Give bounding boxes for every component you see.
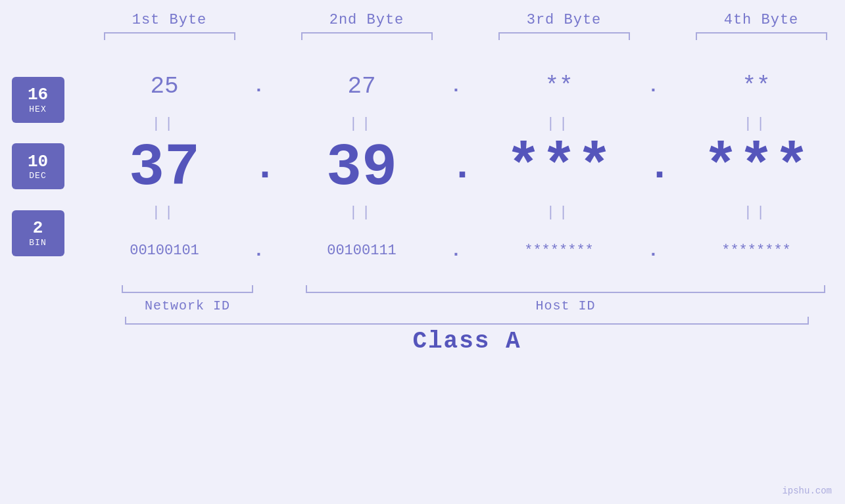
hex-row: 25 . 27 . ** . **: [76, 57, 845, 116]
double-bar-1: ||: [152, 116, 177, 132]
network-id-section: Network ID: [89, 285, 286, 313]
double-bar-2: ||: [349, 116, 374, 132]
host-id-label: Host ID: [535, 298, 595, 313]
sep-dot-4: [253, 204, 273, 221]
double-bar-5: ||: [152, 204, 177, 221]
hex-b2-cell: 27: [273, 73, 450, 100]
bin-b1-cell: 00100101: [76, 242, 253, 259]
sep-hex-dec-1: ||: [76, 116, 253, 132]
sep-hex-dec-3: ||: [470, 116, 648, 132]
byte3-col-header: 3rd Byte: [475, 12, 653, 40]
bin-label: BIN: [29, 238, 46, 248]
dot-hex-1: .: [253, 76, 273, 97]
byte2-label: 2nd Byte: [329, 12, 404, 28]
hex-b3-cell: **: [470, 73, 648, 100]
dec-row: 37 . 39 . *** . ***: [76, 132, 845, 204]
hex-b3-value: **: [544, 73, 573, 100]
double-bar-4: ||: [744, 116, 769, 132]
hex-b4-value: **: [742, 73, 770, 100]
sep-dot-1: [253, 116, 273, 132]
class-a-label: Class A: [412, 328, 521, 355]
byte2-col-header: 2nd Byte: [278, 12, 456, 40]
hex-badge: 16 HEX: [12, 77, 64, 123]
bin-b4-cell: ********: [667, 242, 845, 259]
byte4-col-header: 4th Byte: [673, 12, 846, 40]
dec-b3-value: ***: [506, 135, 612, 202]
hex-num: 16: [28, 85, 48, 104]
hex-b1-value: 25: [150, 73, 178, 100]
dec-b4-value: ***: [703, 135, 809, 202]
dot-bin-3: .: [648, 241, 667, 261]
sep-hex-dec-2: ||: [273, 116, 450, 132]
byte4-label: 4th Byte: [724, 12, 799, 28]
bin-b2-cell: 00100111: [273, 242, 450, 259]
dec-badge: 10 DEC: [12, 143, 64, 189]
byte4-bracket-top: [696, 32, 827, 40]
dot-bin-1: .: [253, 241, 273, 261]
byte-headers: 1st Byte 2nd Byte 3rd Byte 4th Byte: [43, 0, 845, 40]
byte2-bracket-top: [301, 32, 433, 40]
byte1-label: 1st Byte: [132, 12, 207, 28]
dec-num: 10: [28, 152, 48, 172]
network-id-label: Network ID: [145, 298, 230, 313]
dec-b1-value: 37: [129, 135, 200, 202]
dot-dec-2: .: [450, 145, 470, 193]
sep-dec-bin-2: ||: [273, 204, 450, 221]
dec-b4-cell: ***: [667, 135, 845, 202]
bin-num: 2: [33, 219, 43, 238]
sep-hex-dec: || || || ||: [76, 116, 845, 132]
dec-label: DEC: [29, 171, 46, 181]
byte1-col-header: 1st Byte: [81, 12, 258, 40]
id-section: Network ID Host ID: [89, 285, 845, 313]
double-bar-3: ||: [546, 116, 571, 132]
watermark-text: ipshu.com: [782, 486, 832, 496]
dot-bin-2: .: [450, 241, 470, 261]
bin-b3-cell: ********: [470, 242, 648, 259]
dec-b1-cell: 37: [76, 135, 253, 202]
labels-col: 16 HEX 10 DEC 2 BIN: [0, 53, 76, 280]
double-bar-7: ||: [546, 204, 571, 221]
host-id-section: Host ID: [286, 285, 845, 313]
byte3-bracket-top: [498, 32, 630, 40]
double-bar-8: ||: [744, 204, 769, 221]
bin-badge: 2 BIN: [12, 210, 64, 256]
bin-b2-value: 00100111: [327, 242, 397, 259]
dec-b3-cell: ***: [470, 135, 648, 202]
class-bracket-bottom: [125, 317, 809, 325]
dot-hex-2: .: [450, 76, 470, 97]
dot-dec-3: .: [648, 145, 667, 193]
dec-b2-cell: 39: [273, 135, 450, 202]
dot-dec-1: .: [253, 145, 273, 193]
main-area: 16 HEX 10 DEC 2 BIN 25 . 27: [0, 40, 845, 280]
dot-hex-3: .: [648, 76, 667, 97]
bin-b3-value: ********: [524, 242, 594, 259]
main-container: 1st Byte 2nd Byte 3rd Byte 4th Byte 16 H…: [0, 0, 845, 504]
host-bracket-bottom: [306, 285, 825, 293]
byte3-label: 3rd Byte: [527, 12, 602, 28]
sep-dot-2: [450, 116, 470, 132]
bin-b4-value: ********: [721, 242, 791, 259]
sep-dec-bin-4: ||: [667, 204, 845, 221]
bin-row: 00100101 . 00100111 . ******** . *******…: [76, 221, 845, 280]
dec-b2-value: 39: [326, 135, 397, 202]
hex-b4-cell: **: [667, 73, 845, 100]
class-section: Class A: [89, 317, 845, 355]
double-bar-6: ||: [349, 204, 374, 221]
sep-dec-bin-3: ||: [470, 204, 648, 221]
byte1-bracket-top: [104, 32, 235, 40]
watermark: ipshu.com: [782, 486, 832, 496]
sep-dec-bin-1: ||: [76, 204, 253, 221]
sep-dot-3: [648, 116, 667, 132]
hex-b2-value: 27: [347, 73, 375, 100]
network-bracket-bottom: [122, 285, 253, 293]
sep-hex-dec-4: ||: [667, 116, 845, 132]
sep-dot-6: [648, 204, 667, 221]
hex-label: HEX: [29, 104, 46, 114]
bin-b1-value: 00100101: [130, 242, 199, 259]
sep-dot-5: [450, 204, 470, 221]
hex-b1-cell: 25: [76, 73, 253, 100]
data-area: 25 . 27 . ** . ** ||: [76, 40, 845, 280]
sep-dec-bin: || || || ||: [76, 204, 845, 221]
